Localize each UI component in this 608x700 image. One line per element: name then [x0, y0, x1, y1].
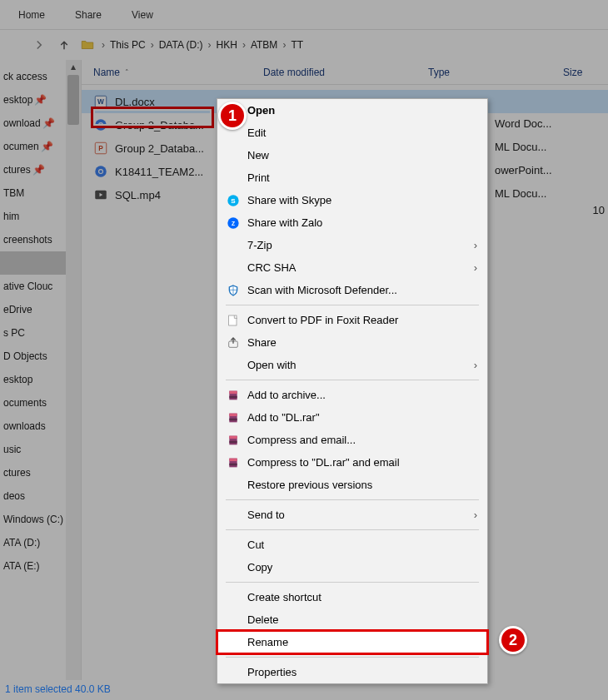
svg-rect-27 — [229, 458, 237, 460]
tab-share[interactable]: Share — [60, 0, 117, 30]
crumb-this-pc[interactable]: This PC — [107, 39, 149, 51]
menu-item-delete[interactable]: Delete — [217, 608, 487, 631]
svg-rect-21 — [229, 413, 237, 415]
col-size[interactable]: Size — [563, 67, 608, 78]
menu-item-label: New — [247, 149, 269, 161]
menu-item-label: Open — [247, 104, 275, 117]
col-type[interactable]: Type — [428, 67, 563, 78]
svg-rect-15 — [229, 315, 237, 325]
file-name: K18411_TEAM2... — [115, 166, 203, 178]
menu-item-print[interactable]: Print — [217, 166, 487, 189]
file-name: SQL.mp4 — [115, 189, 161, 201]
rar-icon — [226, 455, 241, 470]
menu-item-share-with-zalo[interactable]: ZShare with Zalo — [217, 211, 487, 234]
menu-item-label: CRC SHA — [247, 261, 297, 274]
share-icon — [226, 335, 241, 350]
navigation-sidebar[interactable]: ck accessesktop 📌ownload 📌ocumen 📌ctures… — [0, 60, 82, 680]
crumb-atbm[interactable]: ATBM — [247, 39, 281, 51]
menu-item-label: Open with — [247, 359, 297, 371]
rar-icon — [226, 433, 241, 448]
menu-item-open[interactable]: Open — [217, 99, 487, 122]
menu-separator — [226, 657, 479, 658]
menu-item-open-with[interactable]: Open with› — [217, 354, 487, 376]
menu-item-add-to-archive[interactable]: Add to archive... — [217, 384, 487, 406]
breadcrumb[interactable]: › This PC › DATA (D:) › HKH › ATBM › TT — [100, 39, 306, 51]
scroll-up-icon[interactable]: ▴ — [71, 60, 76, 73]
menu-item-create-shortcut[interactable]: Create shortcut — [217, 586, 487, 608]
menu-item-copy[interactable]: Copy — [217, 556, 487, 578]
menu-item-rename[interactable]: Rename — [217, 631, 487, 653]
menu-item-label: Compress and email... — [247, 434, 356, 446]
pdf-icon — [226, 313, 241, 328]
menu-item-compress-to-dl-rar-and-email[interactable]: Compress to "DL.rar" and email — [217, 451, 487, 474]
menu-item-properties[interactable]: Properties — [217, 661, 487, 683]
menu-item-share[interactable]: Share — [217, 331, 487, 354]
menu-item-add-to-dl-rar[interactable]: Add to "DL.rar" — [217, 406, 487, 429]
svg-text:Z: Z — [232, 220, 235, 226]
column-header[interactable]: Name˄ Date modified Type Size — [82, 60, 608, 85]
crumb-drive[interactable]: DATA (D:) — [156, 39, 207, 51]
menu-item-restore-previous-versions[interactable]: Restore previous versions — [217, 474, 487, 496]
crumb-hkh[interactable]: HKH — [213, 39, 241, 51]
chevron-right-icon: › — [474, 239, 477, 251]
menu-item-label: Share — [247, 336, 277, 349]
menu-item-label: Send to — [247, 509, 285, 521]
svg-rect-22 — [229, 418, 237, 420]
menu-item-new[interactable]: New — [217, 144, 487, 166]
annotation-badge-1: 1 — [218, 102, 247, 130]
menu-item-send-to[interactable]: Send to› — [217, 504, 487, 526]
sidebar-scrollbar[interactable]: ▴ — [66, 60, 81, 680]
menu-separator — [226, 305, 479, 305]
menu-separator — [226, 582, 479, 583]
menu-item-label: Properties — [247, 666, 297, 678]
ribbon: Home Share View — [0, 0, 608, 30]
menu-separator — [226, 529, 479, 530]
annotation-box-selected-file — [91, 107, 214, 128]
nav-forward-button[interactable] — [28, 34, 50, 56]
menu-item-cut[interactable]: Cut — [217, 534, 487, 556]
menu-item-label: Share with Skype — [247, 194, 331, 206]
video-icon — [93, 187, 108, 202]
svg-rect-28 — [229, 463, 237, 465]
ppt-icon: P — [93, 141, 108, 156]
menu-separator — [226, 380, 479, 380]
menu-separator — [226, 499, 479, 500]
tab-view[interactable]: View — [117, 0, 168, 30]
rar-icon — [226, 388, 241, 403]
menu-item-7-zip[interactable]: 7-Zip› — [217, 234, 487, 256]
scrollbar-thumb[interactable] — [67, 75, 79, 125]
menu-item-label: Share with Zalo — [247, 216, 322, 229]
file-size-partial: 10 — [593, 204, 605, 216]
menu-item-label: Copy — [247, 561, 272, 573]
menu-item-convert-to-pdf-in-foxit-reader[interactable]: Convert to PDF in Foxit Reader — [217, 309, 487, 331]
menu-item-compress-and-email[interactable]: Compress and email... — [217, 429, 487, 451]
rar-icon — [226, 410, 241, 425]
menu-item-label: Create shortcut — [247, 591, 321, 603]
menu-item-label: Compress to "DL.rar" and email — [247, 456, 400, 469]
svg-text:S: S — [231, 196, 236, 204]
nav-back-button[interactable] — [3, 34, 25, 56]
menu-item-label: Scan with Microsoft Defender... — [247, 284, 397, 296]
svg-point-9 — [99, 170, 102, 173]
tab-home[interactable]: Home — [3, 0, 60, 30]
col-name[interactable]: Name˄ — [93, 67, 263, 78]
context-menu[interactable]: OpenEditNewPrintSShare with SkypeZShare … — [217, 98, 488, 684]
pin-icon: 📌 — [41, 141, 53, 152]
nav-up-button[interactable] — [53, 34, 75, 56]
menu-item-crc-sha[interactable]: CRC SHA› — [217, 256, 487, 279]
menu-item-label: Restore previous versions — [247, 479, 372, 491]
chrome-icon — [93, 164, 108, 179]
annotation-badge-2: 2 — [499, 626, 527, 654]
folder-icon — [78, 36, 97, 54]
chevron-right-icon: › — [474, 261, 477, 274]
crumb-tt[interactable]: TT — [287, 39, 306, 51]
chevron-right-icon: › — [474, 359, 477, 371]
col-date-modified[interactable]: Date modified — [263, 67, 428, 78]
menu-item-share-with-skype[interactable]: SShare with Skype — [217, 189, 487, 211]
chevron-right-icon: › — [207, 39, 213, 51]
menu-item-edit[interactable]: Edit — [217, 122, 487, 144]
menu-item-scan-with-microsoft-defender[interactable]: Scan with Microsoft Defender... — [217, 279, 487, 301]
svg-text:W: W — [97, 98, 104, 106]
menu-item-label: Add to archive... — [247, 389, 326, 401]
file-name: Group 2_Databa... — [115, 142, 204, 155]
